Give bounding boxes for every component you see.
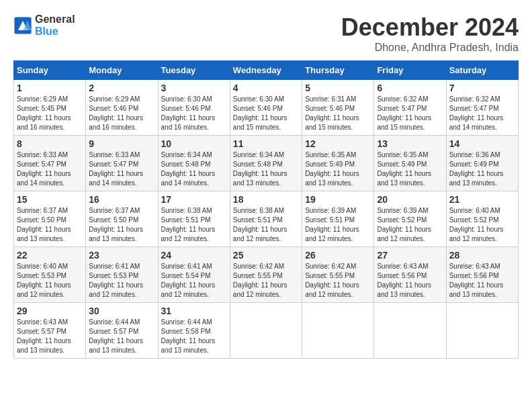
day-info: Sunrise: 6:43 AM Sunset: 5:57 PM Dayligh… xyxy=(17,318,83,355)
day-number: 3 xyxy=(161,83,227,93)
day-info: Sunrise: 6:37 AM Sunset: 5:50 PM Dayligh… xyxy=(17,206,83,244)
day-info: Sunrise: 6:30 AM Sunset: 5:46 PM Dayligh… xyxy=(161,95,227,132)
calendar-cell: 20 Sunrise: 6:39 AM Sunset: 5:52 PM Dayl… xyxy=(374,191,446,247)
day-number: 4 xyxy=(233,83,299,93)
col-thursday: Thursday xyxy=(302,61,374,80)
calendar-cell xyxy=(302,303,374,359)
day-info: Sunrise: 6:44 AM Sunset: 5:58 PM Dayligh… xyxy=(161,318,227,355)
calendar-cell xyxy=(446,303,518,359)
day-info: Sunrise: 6:42 AM Sunset: 5:55 PM Dayligh… xyxy=(233,262,299,300)
calendar-cell: 11 Sunrise: 6:34 AM Sunset: 5:48 PM Dayl… xyxy=(230,136,302,191)
col-wednesday: Wednesday xyxy=(230,61,302,80)
month-title: December 2024 xyxy=(341,13,519,42)
day-number: 20 xyxy=(377,194,443,205)
day-info: Sunrise: 6:29 AM Sunset: 5:45 PM Dayligh… xyxy=(17,95,83,132)
calendar-cell: 29 Sunrise: 6:43 AM Sunset: 5:57 PM Dayl… xyxy=(14,303,86,359)
day-number: 22 xyxy=(17,250,83,261)
calendar-cell: 21 Sunrise: 6:40 AM Sunset: 5:52 PM Dayl… xyxy=(446,191,518,247)
calendar-week-5: 29 Sunrise: 6:43 AM Sunset: 5:57 PM Dayl… xyxy=(14,303,519,359)
calendar-header-row: Sunday Monday Tuesday Wednesday Thursday… xyxy=(14,61,519,80)
day-info: Sunrise: 6:36 AM Sunset: 5:49 PM Dayligh… xyxy=(449,150,515,188)
day-number: 26 xyxy=(305,250,371,261)
title-section: December 2024 Dhone, Andhra Pradesh, Ind… xyxy=(341,13,519,54)
calendar-cell: 16 Sunrise: 6:37 AM Sunset: 5:50 PM Dayl… xyxy=(86,191,158,247)
calendar-cell: 25 Sunrise: 6:42 AM Sunset: 5:55 PM Dayl… xyxy=(230,247,302,303)
day-info: Sunrise: 6:41 AM Sunset: 5:53 PM Dayligh… xyxy=(89,262,154,300)
day-info: Sunrise: 6:33 AM Sunset: 5:47 PM Dayligh… xyxy=(89,150,154,188)
day-number: 13 xyxy=(377,138,443,149)
calendar-week-2: 8 Sunrise: 6:33 AM Sunset: 5:47 PM Dayli… xyxy=(14,136,519,191)
calendar-cell: 23 Sunrise: 6:41 AM Sunset: 5:53 PM Dayl… xyxy=(86,247,158,303)
day-info: Sunrise: 6:43 AM Sunset: 5:56 PM Dayligh… xyxy=(377,262,443,300)
location-title: Dhone, Andhra Pradesh, India xyxy=(341,42,519,54)
calendar-cell: 18 Sunrise: 6:38 AM Sunset: 5:51 PM Dayl… xyxy=(230,191,302,247)
calendar-cell: 9 Sunrise: 6:33 AM Sunset: 5:47 PM Dayli… xyxy=(86,136,158,191)
day-info: Sunrise: 6:33 AM Sunset: 5:47 PM Dayligh… xyxy=(17,150,83,188)
calendar-cell: 6 Sunrise: 6:32 AM Sunset: 5:47 PM Dayli… xyxy=(374,80,446,136)
calendar-cell: 12 Sunrise: 6:35 AM Sunset: 5:49 PM Dayl… xyxy=(302,136,374,191)
calendar-cell: 3 Sunrise: 6:30 AM Sunset: 5:46 PM Dayli… xyxy=(158,80,230,136)
calendar-cell: 22 Sunrise: 6:40 AM Sunset: 5:53 PM Dayl… xyxy=(14,247,86,303)
day-number: 1 xyxy=(17,83,83,93)
day-number: 24 xyxy=(161,250,227,261)
day-info: Sunrise: 6:32 AM Sunset: 5:47 PM Dayligh… xyxy=(377,95,443,132)
calendar-cell: 7 Sunrise: 6:32 AM Sunset: 5:47 PM Dayli… xyxy=(446,80,518,136)
calendar-cell: 27 Sunrise: 6:43 AM Sunset: 5:56 PM Dayl… xyxy=(374,247,446,303)
day-number: 27 xyxy=(377,250,443,261)
calendar-cell xyxy=(374,303,446,359)
day-number: 8 xyxy=(17,138,83,149)
day-number: 2 xyxy=(89,83,154,93)
calendar-cell: 17 Sunrise: 6:38 AM Sunset: 5:51 PM Dayl… xyxy=(158,191,230,247)
day-number: 28 xyxy=(449,250,515,261)
calendar-cell: 19 Sunrise: 6:39 AM Sunset: 5:51 PM Dayl… xyxy=(302,191,374,247)
day-number: 16 xyxy=(89,194,154,205)
day-info: Sunrise: 6:39 AM Sunset: 5:52 PM Dayligh… xyxy=(377,206,443,244)
day-number: 17 xyxy=(161,194,227,205)
calendar-cell: 10 Sunrise: 6:34 AM Sunset: 5:48 PM Dayl… xyxy=(158,136,230,191)
day-number: 9 xyxy=(89,138,154,149)
day-number: 10 xyxy=(161,138,227,149)
day-info: Sunrise: 6:40 AM Sunset: 5:52 PM Dayligh… xyxy=(449,206,515,244)
calendar-cell: 2 Sunrise: 6:29 AM Sunset: 5:46 PM Dayli… xyxy=(86,80,158,136)
day-info: Sunrise: 6:42 AM Sunset: 5:55 PM Dayligh… xyxy=(305,262,371,300)
calendar-cell: 4 Sunrise: 6:30 AM Sunset: 5:46 PM Dayli… xyxy=(230,80,302,136)
day-info: Sunrise: 6:32 AM Sunset: 5:47 PM Dayligh… xyxy=(449,95,515,132)
day-number: 30 xyxy=(89,306,154,316)
day-number: 23 xyxy=(89,250,154,261)
calendar-cell: 24 Sunrise: 6:41 AM Sunset: 5:54 PM Dayl… xyxy=(158,247,230,303)
day-info: Sunrise: 6:38 AM Sunset: 5:51 PM Dayligh… xyxy=(233,206,299,244)
calendar-week-4: 22 Sunrise: 6:40 AM Sunset: 5:53 PM Dayl… xyxy=(14,247,519,303)
logo-icon xyxy=(13,16,32,35)
calendar-cell xyxy=(230,303,302,359)
day-info: Sunrise: 6:35 AM Sunset: 5:49 PM Dayligh… xyxy=(305,150,371,188)
day-info: Sunrise: 6:35 AM Sunset: 5:49 PM Dayligh… xyxy=(377,150,443,188)
calendar-table: Sunday Monday Tuesday Wednesday Thursday… xyxy=(13,60,519,359)
day-info: Sunrise: 6:44 AM Sunset: 5:57 PM Dayligh… xyxy=(89,318,154,355)
day-number: 12 xyxy=(305,138,371,149)
col-friday: Friday xyxy=(374,61,446,80)
day-number: 18 xyxy=(233,194,299,205)
day-number: 14 xyxy=(449,138,515,149)
day-number: 25 xyxy=(233,250,299,261)
calendar-cell: 31 Sunrise: 6:44 AM Sunset: 5:58 PM Dayl… xyxy=(158,303,230,359)
day-info: Sunrise: 6:29 AM Sunset: 5:46 PM Dayligh… xyxy=(89,95,154,132)
calendar-week-1: 1 Sunrise: 6:29 AM Sunset: 5:45 PM Dayli… xyxy=(14,80,519,136)
day-number: 31 xyxy=(161,306,227,316)
calendar-cell: 13 Sunrise: 6:35 AM Sunset: 5:49 PM Dayl… xyxy=(374,136,446,191)
day-number: 11 xyxy=(233,138,299,149)
day-info: Sunrise: 6:43 AM Sunset: 5:56 PM Dayligh… xyxy=(449,262,515,300)
calendar-cell: 15 Sunrise: 6:37 AM Sunset: 5:50 PM Dayl… xyxy=(14,191,86,247)
day-number: 7 xyxy=(449,83,515,93)
day-number: 29 xyxy=(17,306,83,316)
calendar-cell: 8 Sunrise: 6:33 AM Sunset: 5:47 PM Dayli… xyxy=(14,136,86,191)
day-info: Sunrise: 6:40 AM Sunset: 5:53 PM Dayligh… xyxy=(17,262,83,300)
col-saturday: Saturday xyxy=(446,61,518,80)
day-info: Sunrise: 6:41 AM Sunset: 5:54 PM Dayligh… xyxy=(161,262,227,300)
logo: General Blue xyxy=(13,13,75,37)
col-monday: Monday xyxy=(86,61,158,80)
day-info: Sunrise: 6:31 AM Sunset: 5:46 PM Dayligh… xyxy=(305,95,371,132)
day-number: 6 xyxy=(377,83,443,93)
calendar-cell: 5 Sunrise: 6:31 AM Sunset: 5:46 PM Dayli… xyxy=(302,80,374,136)
day-info: Sunrise: 6:34 AM Sunset: 5:48 PM Dayligh… xyxy=(161,150,227,188)
day-info: Sunrise: 6:34 AM Sunset: 5:48 PM Dayligh… xyxy=(233,150,299,188)
